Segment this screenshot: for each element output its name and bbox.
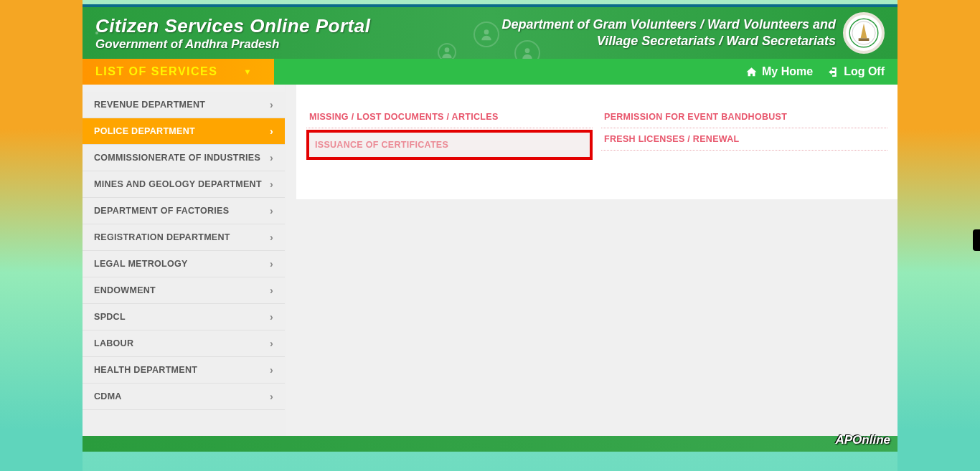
log-off-label: Log Off xyxy=(844,65,885,78)
aponline-logo: APOnline xyxy=(835,433,890,447)
chevron-right-icon: › xyxy=(270,205,273,217)
sidebar-item-mines-and-geology-department[interactable]: MINES AND GEOLOGY DEPARTMENT› xyxy=(83,171,285,198)
sidebar: REVENUE DEPARTMENT›POLICE DEPARTMENT›COM… xyxy=(83,85,286,436)
sidebar-item-cdma[interactable]: CDMA› xyxy=(83,384,285,410)
service-link-permission-for-event-bandhobust[interactable]: PERMISSION FOR EVENT BANDHOBUST xyxy=(601,106,887,128)
sidebar-item-label: SPDCL xyxy=(94,312,126,322)
portal-title: Citizen Services Online Portal xyxy=(95,15,370,37)
chevron-right-icon: › xyxy=(270,179,273,190)
sidebar-item-label: POLICE DEPARTMENT xyxy=(94,126,195,136)
side-tab-handle[interactable] xyxy=(973,229,980,251)
content-area: MISSING / LOST DOCUMENTS / ARTICLESISSUA… xyxy=(286,85,897,436)
menubar: LIST OF SERVICES ▼ My Home Log Off xyxy=(83,59,897,85)
header-left: Citizen Services Online Portal Governmen… xyxy=(95,15,370,52)
sidebar-item-label: REGISTRATION DEPARTMENT xyxy=(94,232,230,242)
chevron-right-icon: › xyxy=(270,258,273,270)
list-of-services-label: LIST OF SERVICES xyxy=(95,65,217,78)
sidebar-item-police-department[interactable]: POLICE DEPARTMENT› xyxy=(83,118,285,145)
chevron-right-icon: › xyxy=(270,285,273,296)
sidebar-item-label: HEALTH DEPARTMENT xyxy=(94,365,197,375)
service-link-missing-lost-documents-articles[interactable]: MISSING / LOST DOCUMENTS / ARTICLES xyxy=(306,106,593,128)
chevron-right-icon: › xyxy=(270,152,273,163)
caret-down-icon: ▼ xyxy=(244,67,253,76)
sidebar-item-label: ENDOWMENT xyxy=(94,285,156,295)
chevron-right-icon: › xyxy=(270,391,273,402)
chevron-right-icon: › xyxy=(270,364,273,376)
my-home-link[interactable]: My Home xyxy=(745,65,813,78)
svg-rect-5 xyxy=(859,38,870,41)
seal-icon xyxy=(848,17,880,49)
sidebar-item-department-of-factories[interactable]: DEPARTMENT OF FACTORIES› xyxy=(83,198,285,224)
dept-line-2: Village Secretariats / Ward Secretariats xyxy=(502,33,836,49)
portal-subtitle: Government of Andhra Pradesh xyxy=(95,37,370,52)
dept-line-1: Department of Gram Volunteers / Ward Vol… xyxy=(502,16,836,33)
sidebar-item-commissionerate-of-industries[interactable]: COMMISSIONERATE OF INDUSTRIES› xyxy=(83,145,285,171)
svg-point-0 xyxy=(484,29,489,34)
svg-point-1 xyxy=(525,48,530,53)
sidebar-item-registration-department[interactable]: REGISTRATION DEPARTMENT› xyxy=(83,224,285,251)
chevron-right-icon: › xyxy=(270,232,273,243)
chevron-right-icon: › xyxy=(270,338,273,349)
logout-icon xyxy=(827,66,839,78)
sidebar-item-revenue-department[interactable]: REVENUE DEPARTMENT› xyxy=(83,92,285,118)
sidebar-item-label: MINES AND GEOLOGY DEPARTMENT xyxy=(94,179,262,189)
home-icon xyxy=(745,66,758,78)
chevron-right-icon: › xyxy=(270,125,273,137)
sidebar-item-endowment[interactable]: ENDOWMENT› xyxy=(83,277,285,304)
sidebar-item-label: DEPARTMENT OF FACTORIES xyxy=(94,206,229,216)
sidebar-item-label: CDMA xyxy=(94,391,122,401)
my-home-label: My Home xyxy=(762,65,813,78)
sidebar-item-label: LABOUR xyxy=(94,338,133,348)
svg-point-2 xyxy=(445,47,450,52)
sidebar-item-label: REVENUE DEPARTMENT xyxy=(94,100,205,110)
sidebar-item-labour[interactable]: LABOUR› xyxy=(83,330,285,357)
sidebar-item-label: LEGAL METROLOGY xyxy=(94,259,188,269)
header-right: Department of Gram Volunteers / Ward Vol… xyxy=(502,12,885,54)
department-name: Department of Gram Volunteers / Ward Vol… xyxy=(502,16,836,50)
list-of-services-button[interactable]: LIST OF SERVICES ▼ xyxy=(83,59,274,85)
service-link-fresh-licenses-renewal[interactable]: FRESH LICENSES / RENEWAL xyxy=(601,128,887,151)
sidebar-item-legal-metrology[interactable]: LEGAL METROLOGY› xyxy=(83,251,285,277)
service-link-issuance-of-certificates[interactable]: ISSUANCE OF CERTIFICATES xyxy=(306,130,593,160)
footer: APOnline xyxy=(83,436,897,452)
sidebar-item-health-department[interactable]: HEALTH DEPARTMENT› xyxy=(83,357,285,384)
sidebar-item-label: COMMISSIONERATE OF INDUSTRIES xyxy=(94,153,260,163)
log-off-link[interactable]: Log Off xyxy=(827,65,885,78)
sidebar-item-spdcl[interactable]: SPDCL› xyxy=(83,304,285,330)
chevron-right-icon: › xyxy=(270,311,273,323)
page-header: Citizen Services Online Portal Governmen… xyxy=(83,7,897,59)
government-seal xyxy=(843,12,885,54)
chevron-right-icon: › xyxy=(270,99,273,110)
